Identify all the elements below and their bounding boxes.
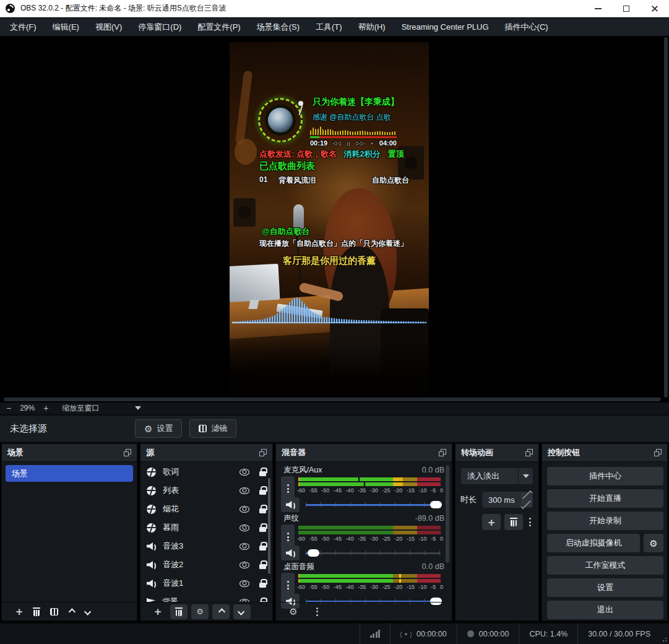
overlay-player-row: 00:19 ◁◁ || ▷▷ × 04:00 bbox=[310, 139, 397, 147]
source-properties-button[interactable]: ⚙ 设置 bbox=[135, 419, 182, 438]
menu-plugin-center[interactable]: 插件中心(C) bbox=[497, 18, 556, 36]
zoom-fit-caret-icon[interactable] bbox=[135, 406, 141, 410]
popout-icon[interactable] bbox=[124, 449, 131, 456]
source-row[interactable]: 歌词 bbox=[140, 463, 272, 481]
source-down-button[interactable] bbox=[233, 604, 251, 619]
transition-menu-button[interactable] bbox=[529, 518, 531, 526]
sources-scrollbar[interactable] bbox=[268, 478, 270, 574]
menu-view[interactable]: 视图(V) bbox=[87, 18, 130, 36]
album-art-visualizer bbox=[258, 98, 303, 142]
lock-icon[interactable] bbox=[259, 505, 266, 513]
preview-hscrollbar[interactable] bbox=[4, 398, 661, 401]
start-virtual-camera-button[interactable]: 启动虚拟摄像机 bbox=[547, 534, 640, 552]
source-row[interactable]: 音波1 bbox=[140, 574, 272, 593]
scene-up-button[interactable] bbox=[63, 604, 80, 619]
mixer-scrollbar[interactable] bbox=[446, 465, 449, 563]
zoom-out-button[interactable]: − bbox=[6, 403, 11, 413]
zoom-fit-label[interactable]: 缩放至窗口 bbox=[62, 403, 99, 414]
menu-scene-collection[interactable]: 场景集合(S) bbox=[249, 18, 308, 36]
source-up-button[interactable] bbox=[212, 604, 230, 619]
menu-help[interactable]: 帮助(H) bbox=[350, 18, 394, 36]
source-name: 歌词 bbox=[163, 466, 179, 477]
remove-scene-button[interactable] bbox=[28, 604, 45, 619]
visibility-eye-icon[interactable] bbox=[240, 524, 249, 531]
mixer-title: 混音器 bbox=[282, 447, 306, 458]
slider-handle[interactable] bbox=[308, 549, 319, 557]
start-streaming-button[interactable]: 开始直播 bbox=[547, 489, 663, 508]
source-row[interactable]: 背景 bbox=[140, 593, 272, 602]
lock-icon[interactable] bbox=[259, 560, 266, 569]
source-row[interactable]: 音波3 bbox=[140, 537, 272, 555]
resize-grip[interactable] bbox=[660, 635, 667, 642]
filters-icon bbox=[199, 425, 207, 432]
transition-current: 淡入淡出 bbox=[461, 471, 499, 482]
visibility-eye-icon[interactable] bbox=[240, 506, 249, 513]
stream-timer-cell: 00:00:00 bbox=[390, 624, 457, 644]
popout-icon[interactable] bbox=[654, 449, 662, 456]
lock-icon[interactable] bbox=[259, 523, 266, 532]
duration-spinner[interactable]: 300 ms bbox=[481, 491, 533, 508]
volume-slider[interactable] bbox=[306, 549, 441, 557]
add-source-button[interactable]: + bbox=[149, 604, 166, 619]
transition-select[interactable]: 淡入淡出 bbox=[460, 468, 533, 485]
minimize-button[interactable] bbox=[584, 0, 612, 17]
scene-item-selected[interactable]: 场景 bbox=[6, 465, 133, 482]
visibility-eye-icon[interactable] bbox=[240, 543, 249, 550]
add-scene-button[interactable]: + bbox=[11, 604, 28, 619]
start-recording-button[interactable]: 开始录制 bbox=[547, 511, 663, 530]
visibility-eye-icon[interactable] bbox=[240, 487, 249, 494]
remove-transition-button[interactable] bbox=[504, 514, 523, 530]
menu-profile[interactable]: 配置文件(P) bbox=[189, 18, 248, 36]
studio-mode-button[interactable]: 工作室模式 bbox=[547, 556, 663, 575]
lock-icon[interactable] bbox=[259, 486, 266, 495]
scene-filters-button[interactable] bbox=[45, 604, 63, 619]
source-row[interactable]: 音波2 bbox=[140, 555, 272, 574]
mixer-menu-button[interactable] bbox=[308, 604, 326, 619]
program-canvas[interactable]: 只为你着迷【李秉成】 感谢 @自助点歌台 点歌 00:19 ◁◁ || ▷▷ ×… bbox=[230, 42, 429, 396]
visibility-eye-icon[interactable] bbox=[240, 580, 249, 587]
maximize-icon bbox=[623, 6, 629, 12]
popout-icon[interactable] bbox=[259, 449, 267, 456]
mute-button[interactable] bbox=[281, 546, 300, 560]
overlay-thanks-line: 感谢 @自助点歌台 点歌 bbox=[313, 112, 391, 123]
chevron-down-icon bbox=[520, 498, 530, 508]
popout-icon[interactable] bbox=[525, 449, 533, 456]
source-row[interactable]: 烟花 bbox=[140, 500, 272, 518]
source-filters-button[interactable]: 滤镜 bbox=[189, 419, 236, 438]
menu-streaming-center[interactable]: Streaming Center PLUG bbox=[394, 18, 497, 36]
slider-handle[interactable] bbox=[430, 501, 442, 508]
lock-icon[interactable] bbox=[259, 579, 266, 588]
mute-button[interactable] bbox=[281, 497, 300, 512]
menu-docks[interactable]: 停靠窗口(D) bbox=[130, 18, 189, 36]
visibility-eye-icon[interactable] bbox=[240, 469, 249, 476]
guitar-body-silhouette bbox=[235, 139, 257, 165]
zoom-in-button[interactable]: + bbox=[43, 403, 48, 413]
menu-file[interactable]: 文件(F) bbox=[2, 18, 45, 36]
plugin-center-button[interactable]: 插件中心 bbox=[547, 467, 663, 485]
close-button[interactable] bbox=[641, 0, 669, 17]
popout-icon[interactable] bbox=[439, 449, 446, 456]
advanced-audio-button[interactable]: ⚙ bbox=[285, 604, 302, 619]
remove-source-button[interactable] bbox=[170, 604, 188, 619]
lock-icon[interactable] bbox=[259, 542, 266, 550]
virtual-camera-settings-button[interactable]: ⚙ bbox=[644, 534, 663, 552]
scene-down-button[interactable] bbox=[80, 604, 97, 619]
source-row[interactable]: 暮雨 bbox=[140, 518, 272, 537]
lock-icon[interactable] bbox=[259, 468, 266, 476]
settings-button[interactable]: 设置 bbox=[547, 578, 663, 597]
source-properties-toolbar-button[interactable]: ⚙ bbox=[191, 604, 209, 619]
visibility-eye-icon[interactable] bbox=[240, 562, 249, 568]
exit-button[interactable]: 退出 bbox=[547, 601, 663, 619]
audio-icon bbox=[147, 560, 156, 569]
add-transition-button[interactable]: + bbox=[482, 514, 501, 530]
volume-slider[interactable] bbox=[306, 500, 441, 509]
maximize-button[interactable] bbox=[612, 0, 641, 17]
channel-db: -89.0 dB bbox=[415, 514, 444, 523]
source-row[interactable]: 列表 bbox=[140, 481, 272, 500]
duration-up-button[interactable] bbox=[521, 492, 532, 500]
menu-edit[interactable]: 编辑(E) bbox=[45, 18, 87, 36]
preview-vscrollbar[interactable] bbox=[664, 37, 668, 398]
duration-down-button[interactable] bbox=[521, 500, 532, 508]
menu-tools[interactable]: 工具(T) bbox=[308, 18, 350, 36]
lock-icon[interactable] bbox=[259, 598, 266, 602]
